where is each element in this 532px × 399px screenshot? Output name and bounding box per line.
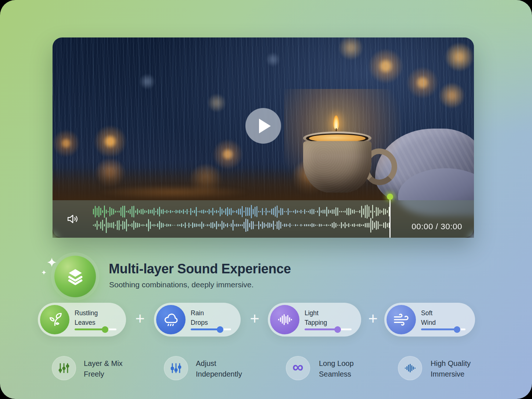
plus-separator: + (131, 310, 149, 327)
play-icon (259, 119, 271, 133)
playhead-line (389, 197, 391, 238)
plus-separator: + (246, 310, 263, 327)
rain-cloud-icon (156, 305, 186, 334)
sound-layer-rain-drops[interactable]: Rain Drops (154, 303, 241, 337)
layer-label: Soft Wind (421, 308, 436, 327)
sound-layer-light-tapping[interactable]: Light Tapping (268, 303, 361, 337)
landing-page: 00:00 / 30:00 Multi-layer Sound Experien… (0, 0, 532, 399)
audio-control-bar: 00:00 / 30:00 (53, 200, 474, 238)
layers-badge (54, 256, 96, 297)
speaker-icon[interactable] (65, 212, 80, 226)
slider-thumb[interactable] (102, 326, 108, 333)
slider-thumb[interactable] (454, 326, 460, 333)
vertical-sliders-icon (52, 356, 76, 380)
sparkle-icon (47, 258, 57, 267)
feature-quality: High Quality Immersive (431, 358, 471, 380)
video-player-card: 00:00 / 30:00 (53, 37, 474, 238)
cup-body (303, 141, 371, 193)
page-title: Multi-layer Sound Experience (109, 261, 291, 277)
feature-loop: Long Loop Seamless (319, 358, 354, 380)
equalizer-wave-icon (398, 356, 422, 380)
volume-slider[interactable] (305, 328, 352, 330)
wind-icon (387, 305, 416, 334)
slider-thumb[interactable] (334, 326, 341, 333)
feature-adjust: Adjust Independently (196, 358, 242, 380)
volume-slider[interactable] (421, 328, 466, 330)
time-display: 00:00 / 30:00 (411, 222, 462, 231)
infinity-icon: ∞ (286, 356, 310, 380)
sound-wave-icon (270, 305, 299, 334)
layer-label: Rustling Leaves (75, 308, 98, 327)
layer-label: Rain Drops (191, 308, 208, 327)
volume-slider[interactable] (75, 328, 116, 330)
adjust-sliders-icon (164, 356, 188, 380)
plus-separator: + (364, 310, 382, 327)
sound-layer-rustling-leaves[interactable]: Rustling Leaves (38, 303, 126, 337)
layers-icon (65, 266, 86, 287)
layer-label: Light Tapping (305, 308, 327, 327)
feature-layer-mix: Layer & Mix Freely (84, 358, 123, 380)
sparkle-icon (42, 270, 46, 275)
slider-thumb[interactable] (217, 326, 223, 333)
leaf-sprout-icon (40, 305, 69, 334)
sound-layer-soft-wind[interactable]: Soft Wind (384, 303, 475, 337)
page-subtitle: Soothing combinations, deeply immersive. (109, 280, 254, 289)
volume-slider[interactable] (191, 328, 231, 330)
playhead-handle[interactable] (387, 194, 393, 200)
play-button[interactable] (245, 108, 281, 144)
waveform-seekbar[interactable] (91, 200, 396, 238)
